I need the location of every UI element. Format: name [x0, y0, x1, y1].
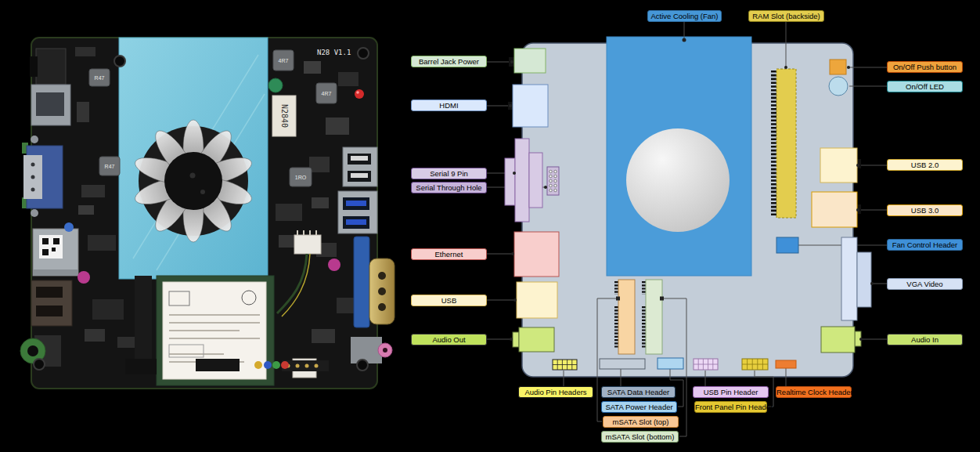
mounting-hole: [357, 360, 368, 371]
diagram-hdmi: [513, 85, 548, 127]
svg-text:R47: R47: [95, 75, 105, 81]
diagram-rtc-header: [776, 360, 796, 368]
diagram-serial-outer: [505, 158, 515, 205]
label-onoff-push-button: On/Off Push button: [887, 61, 963, 73]
figure-canvas: N28 V1.1 N2840 4R7 4R7 R47 R47 1RO: [0, 0, 980, 452]
diagram-serial-through-hole: [547, 167, 559, 195]
pin-header-2: [196, 359, 240, 371]
audio-in-jack-body: [351, 337, 382, 363]
mounting-hole: [358, 48, 369, 59]
diagram-serial-mid: [515, 139, 529, 222]
label-usb: USB: [411, 295, 487, 306]
label-serial-9-pin: Serial 9 Pin: [411, 168, 487, 179]
diagram-msata-bottom: [646, 280, 662, 354]
diagram-onoff-led: [829, 77, 848, 96]
label-sata-data-header: SATA Data Header: [601, 386, 676, 398]
ram-slot: [776, 69, 796, 218]
label-vga-video: VGA Video: [887, 278, 963, 290]
diagram-audio-pin-headers: [553, 360, 577, 370]
label-usb-3: USB 3.0: [887, 204, 963, 216]
motherboard-photo: N28 V1.1 N2840 4R7 4R7 R47 R47 1RO: [20, 38, 395, 389]
label-ethernet: Ethernet: [411, 248, 487, 260]
pin-header: [125, 359, 157, 374]
diagram-sata-data-header: [600, 359, 645, 369]
capacitor-blue: [64, 222, 74, 232]
qc-ok-sticker: [268, 78, 283, 92]
diagram-front-panel-pin-header: [742, 359, 768, 370]
barrel-jack-opening: [30, 56, 38, 77]
diagram-serial-inner: [529, 153, 542, 208]
svg-text:4R7: 4R7: [322, 91, 332, 96]
svg-text:4R7: 4R7: [279, 58, 289, 63]
diagram-barrel-jack: [514, 49, 546, 73]
fan-hub: [164, 152, 222, 210]
diagram-usb3: [812, 192, 857, 227]
diagram-sata-power-header: [658, 358, 683, 369]
label-active-cooling-fan: Active Cooling (Fan): [647, 10, 722, 22]
diagram-audio-in: [821, 327, 855, 353]
mounting-hole: [114, 56, 125, 67]
label-serial-through-hole: Serial Through Hole: [411, 182, 487, 193]
board-diagram: [487, 22, 887, 436]
label-barrel-jack-power: Barrel Jack Power: [411, 56, 487, 67]
label-front-panel-pin-header: Front Panel Pin Header: [694, 401, 767, 413]
diagram-usb: [517, 282, 557, 318]
label-audio-out: Audio Out: [411, 334, 487, 345]
serial-port-blue-bar: [354, 237, 369, 327]
label-fan-control-header: Fan Control Header: [887, 239, 963, 251]
label-usb-pin-header: USB Pin Header: [693, 386, 769, 398]
diagram-fan-control-header: [776, 237, 798, 253]
label-msata-slot-bottom: mSATA Slot (bottom): [601, 431, 679, 443]
diagram-usb2: [820, 148, 857, 183]
diagram-ethernet: [514, 232, 559, 277]
fan-wire-connector: [294, 235, 321, 254]
capacitor-pink-2: [328, 259, 340, 271]
power-led: [355, 89, 364, 99]
label-sata-power-header: SATA Power Header: [601, 401, 677, 413]
label-msata-slot-top: mSATA Slot (top): [603, 416, 679, 428]
cpu-label-text: N2840: [280, 104, 289, 128]
annotated-motherboard-figure: N28 V1.1 N2840 4R7 4R7 R47 R47 1RO: [0, 0, 980, 452]
barrel-jack-port: [36, 49, 66, 85]
capacitor-pink: [77, 271, 90, 284]
diagram-usb-pin-header: [694, 359, 718, 370]
label-hdmi: HDMI: [411, 99, 487, 111]
mounting-hole: [34, 359, 45, 370]
hdmi-opening: [36, 92, 64, 116]
diagram-audio-out: [519, 327, 554, 352]
label-realtime-clock-header: Realtime Clock Header: [776, 386, 852, 398]
svg-text:1RO: 1RO: [295, 175, 307, 180]
diagram-vga-inner: [841, 237, 857, 320]
diagram-vga-outer: [857, 252, 871, 307]
label-usb-2: USB 2.0: [887, 159, 963, 171]
diagram-onoff-button: [830, 60, 846, 74]
diagram-fan: [626, 128, 730, 232]
label-audio-pin-headers: Audio Pin Headers: [518, 386, 593, 398]
label-ram-slot-backside: RAM Slot (backside): [748, 10, 824, 22]
board-marking-text: N28 V1.1: [317, 49, 351, 56]
label-onoff-led: On/Off LED: [887, 81, 963, 92]
diagram-msata-top: [618, 280, 635, 354]
svg-text:R47: R47: [105, 164, 115, 169]
label-audio-in: Audio In: [887, 334, 963, 345]
